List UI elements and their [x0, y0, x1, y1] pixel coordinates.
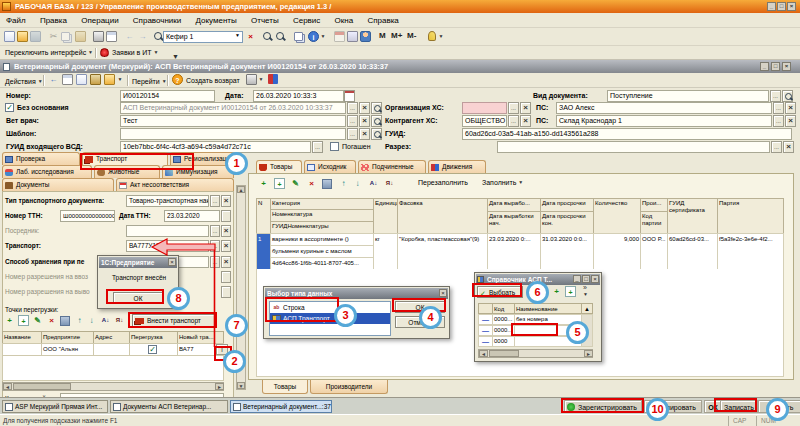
scroll-thumb[interactable]	[489, 350, 519, 357]
bottom-tab-goods[interactable]: Товары	[262, 380, 308, 394]
doc-restore-icon[interactable]: □	[771, 62, 780, 71]
catalog-cell-code[interactable]: 0000	[492, 336, 515, 347]
save-icon[interactable]	[30, 31, 41, 42]
doc-type-input[interactable]: Поступление	[607, 90, 769, 102]
forward-icon[interactable]	[137, 31, 148, 42]
post-icon[interactable]	[48, 74, 59, 85]
template-search-icon[interactable]	[371, 128, 382, 140]
template-clear-icon[interactable]	[359, 128, 370, 140]
bottom-tab-producers[interactable]: Производители	[310, 380, 388, 394]
menu-documents[interactable]: Документы	[190, 13, 243, 28]
back-icon[interactable]	[124, 31, 135, 42]
move-up-icon[interactable]	[74, 315, 85, 326]
template-select-icon[interactable]	[347, 128, 358, 140]
guid-in-select-icon[interactable]	[312, 141, 323, 153]
refill-button[interactable]: Перезаполнить	[418, 179, 468, 186]
memory-subtract-button[interactable]: M-	[407, 31, 416, 40]
tab-lab[interactable]: Лаб. исследования	[2, 165, 92, 178]
load-doc-icon[interactable]	[104, 74, 115, 85]
calendar-picker-icon[interactable]	[344, 90, 355, 102]
doc-print-icon[interactable]	[246, 74, 257, 85]
catalog-col-name[interactable]: Наименование	[514, 303, 582, 314]
move-down-icon[interactable]	[86, 315, 97, 326]
section-clear-icon[interactable]	[783, 141, 794, 153]
goods-copy-icon[interactable]: +	[274, 178, 285, 189]
ps2-select-icon[interactable]	[773, 115, 784, 127]
template-input[interactable]	[120, 128, 346, 140]
goods-sort-desc-icon[interactable]	[384, 178, 395, 189]
tab-movements[interactable]: Движения	[428, 160, 486, 173]
ttn-number-input[interactable]: Ш00000000000000	[60, 210, 115, 222]
scroll-up-icon[interactable]: ▲	[237, 186, 245, 193]
taskbar-window-docs[interactable]: Документы АСП Ветеринар...	[110, 400, 228, 413]
menu-edit[interactable]: Правка	[34, 13, 73, 28]
row-cell-qty[interactable]: 9,000	[593, 233, 641, 270]
menu-file[interactable]: Файл	[0, 13, 32, 28]
tab-discrepancy-act[interactable]: Акт несоответствия	[116, 178, 234, 191]
goods-save-icon[interactable]	[322, 179, 332, 189]
movements-icon[interactable]	[268, 74, 278, 84]
section-select-icon[interactable]	[771, 141, 782, 153]
point-cell-name[interactable]	[2, 343, 42, 356]
goods-up-icon[interactable]	[338, 178, 349, 189]
paste-icon[interactable]	[75, 31, 86, 42]
transport-doc-type-select-icon[interactable]	[210, 195, 220, 207]
basis-search-icon[interactable]	[371, 102, 382, 114]
search-dropdown-icon[interactable]: ▼	[235, 32, 240, 38]
goods-down-icon[interactable]	[352, 178, 363, 189]
it-requests-button[interactable]: Заявки в ИТ ▼	[112, 46, 158, 59]
middleman-input[interactable]	[126, 225, 209, 237]
row-cell-exp-date[interactable]: 31.03.2020 0:0...	[540, 233, 594, 270]
open-icon[interactable]	[17, 31, 28, 42]
doc-close-icon[interactable]: ×	[782, 62, 791, 71]
vet-search-icon[interactable]	[371, 115, 382, 127]
info-icon[interactable]	[308, 31, 319, 42]
catalog-copy-icon[interactable]: +	[565, 286, 576, 297]
basis-select-icon[interactable]	[347, 102, 358, 114]
calculator-icon[interactable]	[347, 31, 358, 42]
vet-select-icon[interactable]	[347, 115, 358, 127]
vet-clear-icon[interactable]	[359, 115, 370, 127]
edit-row-icon[interactable]: ✎	[32, 315, 43, 326]
print-dropdown-icon[interactable]: ▼	[258, 74, 264, 85]
tab-goods[interactable]: Товары	[256, 160, 302, 173]
col-producer[interactable]: Прои...	[640, 198, 668, 212]
chevron-down-icon[interactable]: ▼	[583, 291, 588, 297]
doc-minimize-icon[interactable]: _	[760, 62, 769, 71]
contractor-select-icon[interactable]	[508, 115, 519, 127]
transport-input[interactable]: ВА777У123	[126, 240, 209, 252]
message-close-icon[interactable]: ×	[168, 258, 176, 266]
goods-add-icon[interactable]: +	[258, 178, 269, 189]
col-prod-date2[interactable]: Дата выработки нач.	[487, 211, 541, 234]
section-input[interactable]	[497, 141, 770, 153]
copy-row-icon[interactable]: +	[18, 315, 29, 326]
scroll-left-icon[interactable]: ◄	[3, 383, 12, 390]
menu-service[interactable]: Сервис	[287, 13, 326, 28]
goto-button[interactable]: Перейти ▼	[132, 74, 167, 89]
ps1-clear-icon[interactable]	[785, 102, 796, 114]
contractor-clear-icon[interactable]	[520, 115, 531, 127]
scroll-left-icon[interactable]: ◄	[479, 350, 488, 357]
close-icon[interactable]: ×	[787, 2, 796, 11]
col-prod-date[interactable]: Дата вырабо...	[487, 198, 541, 212]
help-icon[interactable]	[172, 74, 183, 85]
key-icon[interactable]	[428, 31, 436, 41]
import-permit-calendar-icon[interactable]	[221, 271, 231, 283]
goods-sort-asc-icon[interactable]	[368, 178, 379, 189]
org-input[interactable]	[462, 102, 507, 114]
guid-input[interactable]: 60ad26cd-03a5-41ab-a150-dd143561a288	[462, 128, 792, 140]
basis-clear-icon[interactable]	[359, 102, 370, 114]
storage-select-icon[interactable]	[210, 256, 220, 268]
col-party[interactable]: Партия	[717, 198, 784, 234]
vet-input[interactable]: Тест	[120, 115, 346, 127]
date-input[interactable]: 26.03.2020 10:33:3	[253, 90, 344, 102]
org-clear-icon[interactable]	[520, 102, 531, 114]
create-return-button[interactable]: Создать возврат	[186, 74, 240, 88]
copy-icon[interactable]	[61, 32, 70, 41]
row-cell-producer[interactable]: ООО Р...	[640, 233, 668, 270]
catalog-restore-icon[interactable]: □	[582, 275, 590, 283]
col-exp-date2[interactable]: Дата просрочки кон.	[540, 211, 594, 234]
tab-subordinate[interactable]: Подчиненные	[358, 160, 426, 173]
delete-row-icon[interactable]: ×	[46, 315, 57, 326]
row-cell-n[interactable]: 1	[256, 233, 271, 270]
